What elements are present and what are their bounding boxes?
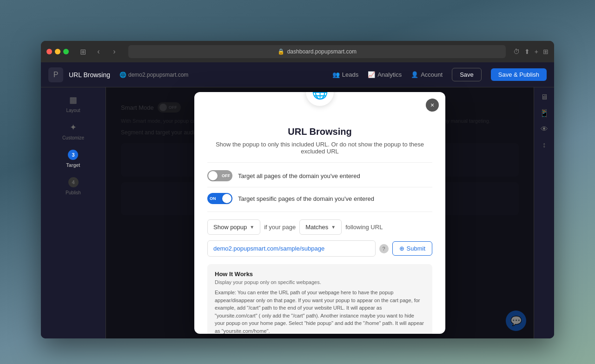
url-browsing-modal: 🌐 × URL Browsing Show the popup to only … (194, 92, 445, 334)
toggle-all-pages-row: OFF Target all pages of the domain you'v… (207, 165, 432, 187)
dropdown-arrow-icon: ▼ (250, 225, 254, 230)
app-logo: P (48, 67, 63, 82)
url-input[interactable] (207, 240, 376, 257)
toggle-specific-pages-row: ON Target spesific pages of the domain y… (207, 187, 432, 210)
page-title: URL Browsing (69, 71, 110, 79)
submit-button[interactable]: ⊕ Submit (392, 241, 432, 256)
modal-overlay: 🌐 × URL Browsing Show the popup to only … (106, 87, 534, 338)
resize-icon[interactable]: ↕ (542, 141, 546, 149)
leads-nav-item[interactable]: 👥 Leads (332, 71, 358, 78)
sidebar-item-target[interactable]: 3 Target (66, 150, 80, 168)
hiw-body: Example: You can enter the URL path of y… (215, 289, 425, 334)
preview-icon[interactable]: 👁 (541, 125, 548, 133)
account-icon: 👤 (411, 71, 418, 78)
address-bar[interactable]: 🔒 dashboard.popupsmart.com (128, 45, 506, 58)
matches-dropdown[interactable]: Matches ▼ (299, 219, 342, 235)
analytics-icon: 📈 (368, 71, 375, 78)
matches-arrow-icon: ▼ (331, 225, 336, 230)
toggle-all-pages[interactable]: OFF (207, 170, 232, 181)
toggle-specific-pages-text: Target spesific pages of the domain you'… (238, 195, 374, 202)
globe-modal-icon: 🌐 (312, 92, 328, 100)
back-btn[interactable]: ‹ (92, 45, 105, 58)
account-nav-item[interactable]: 👤 Account (411, 71, 443, 78)
app-header: P URL Browsing 🌐 demo2.popupsmart.com 👥 … (41, 62, 554, 87)
modal-icon-wrapper: 🌐 (194, 92, 445, 106)
leads-icon: 👥 (332, 71, 340, 78)
modal-title: URL Browsing (207, 126, 432, 137)
header-nav: 👥 Leads 📈 Analytics 👤 Account Save Save … (332, 68, 547, 81)
url-text: dashboard.popupsmart.com (287, 48, 357, 55)
url-input-row: ? ⊕ Submit (207, 240, 432, 257)
right-panel: 🖥 📱 👁 ↕ (534, 87, 554, 338)
domain-badge: 🌐 demo2.popupsmart.com (119, 72, 188, 78)
modal-close-button[interactable]: × (426, 99, 439, 112)
desktop-icon[interactable]: 🖥 (541, 93, 548, 101)
show-popup-dropdown[interactable]: Show popup ▼ (207, 219, 260, 235)
analytics-nav-item[interactable]: 📈 Analytics (368, 71, 402, 78)
toggle-specific-knob (222, 194, 231, 203)
sidebar: ▦ Layout ✦ Customize 3 Target 4 Publish (41, 87, 106, 338)
url-rule-row: Show popup ▼ if your page Matches ▼ foll… (207, 219, 432, 235)
main-content: Smart Mode OFF With Smart mode, your pop… (106, 87, 534, 338)
sidebar-item-customize[interactable]: ✦ Customize (62, 122, 84, 140)
sidebar-item-layout[interactable]: ▦ Layout (66, 95, 80, 113)
sidebar-toggle-btn[interactable]: ⊞ (76, 45, 89, 58)
browser-nav: ⊞ ‹ › (76, 45, 121, 58)
how-it-works-section: How It Works Display your popup only on … (207, 264, 432, 334)
modal-header: URL Browsing Show the popup to only this… (194, 113, 445, 155)
save-button[interactable]: Save (452, 68, 482, 81)
new-tab-icon[interactable]: + (535, 48, 538, 55)
following-url-text: following URL (345, 224, 383, 231)
hiw-title: How It Works (215, 271, 425, 278)
share-icon[interactable]: ⬆ (524, 48, 530, 55)
browser-toolbar: ⊞ ‹ › 🔒 dashboard.popupsmart.com ⏱ ⬆ + ⊞ (41, 41, 554, 62)
toggle-knob (208, 171, 218, 180)
save-publish-button[interactable]: Save & Publish (491, 68, 547, 81)
help-icon[interactable]: ? (379, 244, 389, 253)
globe-icon: 🌐 (119, 72, 126, 78)
fullscreen-traffic-light[interactable] (63, 49, 69, 54)
target-badge: 3 (68, 150, 78, 160)
sidebar-item-publish[interactable]: 4 Publish (66, 177, 81, 195)
plus-icon: ⊕ (399, 245, 404, 252)
close-traffic-light[interactable] (46, 49, 52, 54)
grid-icon[interactable]: ⊞ (543, 48, 549, 55)
minimize-traffic-light[interactable] (55, 49, 60, 54)
browser-window: ⊞ ‹ › 🔒 dashboard.popupsmart.com ⏱ ⬆ + ⊞… (41, 41, 554, 338)
mobile-icon[interactable]: 📱 (540, 109, 549, 118)
browser-actions: ⏱ ⬆ + ⊞ (513, 48, 549, 55)
toggle-all-pages-text: Target all pages of the domain you've en… (238, 172, 360, 179)
modal-body: OFF Target all pages of the domain you'v… (194, 162, 445, 334)
forward-btn[interactable]: › (108, 45, 121, 58)
history-icon[interactable]: ⏱ (513, 48, 520, 55)
modal-icon: 🌐 (306, 92, 334, 106)
hiw-subtitle: Display your popup only on specific webp… (215, 279, 425, 285)
if-your-page-text: if your page (264, 224, 296, 231)
app-body: ▦ Layout ✦ Customize 3 Target 4 Publish (41, 87, 554, 338)
modal-subtitle: Show the popup to only this included URL… (207, 141, 432, 155)
lock-icon: 🔒 (278, 48, 284, 55)
traffic-lights (46, 49, 69, 54)
toggle-specific-pages[interactable]: ON (207, 193, 232, 204)
